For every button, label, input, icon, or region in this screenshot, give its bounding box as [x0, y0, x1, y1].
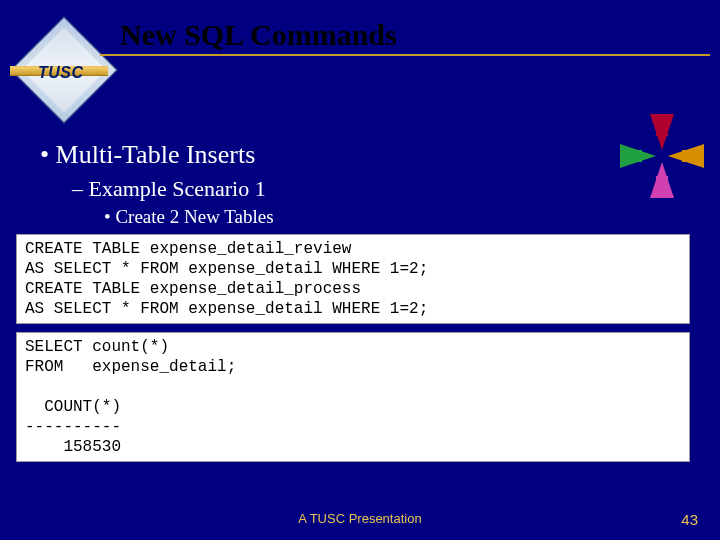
code-block-select-count: SELECT count(*) FROM expense_detail; COU… — [16, 332, 690, 462]
title-underline — [100, 54, 710, 56]
code-block-create-tables: CREATE TABLE expense_detail_review AS SE… — [16, 234, 690, 324]
bullet-level-2: Example Scenario 1 — [72, 176, 690, 202]
footer-text: A TUSC Presentation — [0, 511, 720, 526]
bullet-level-1: Multi-Table Inserts — [40, 140, 690, 170]
slide: TUSC New SQL Commands Multi-Table Insert… — [0, 0, 720, 540]
slide-title: New SQL Commands — [120, 18, 397, 52]
page-number: 43 — [681, 511, 698, 528]
tusc-logo: TUSC — [10, 20, 120, 130]
bullet-level-3: Create 2 New Tables — [104, 206, 690, 228]
logo-text: TUSC — [38, 64, 84, 82]
content-area: Multi-Table Inserts Example Scenario 1 C… — [40, 140, 690, 470]
